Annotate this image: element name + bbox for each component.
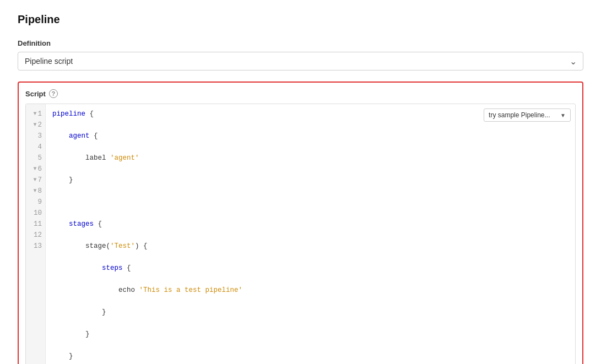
- script-section: Script ? try sample Pipeline... Hello Wo…: [18, 82, 583, 364]
- code-line-2: agent {: [52, 131, 568, 142]
- fold-arrow-8[interactable]: ▼: [33, 187, 36, 195]
- code-line-8: steps {: [52, 263, 568, 274]
- line-num-8: ▼ 8: [30, 186, 42, 197]
- script-label: Script: [25, 90, 46, 98]
- page-title: Pipeline: [18, 13, 583, 26]
- try-sample-button[interactable]: try sample Pipeline... Hello World GitHu…: [484, 108, 571, 122]
- line-num-13: 13: [30, 241, 42, 252]
- fold-arrow-1[interactable]: ▼: [33, 110, 36, 118]
- code-content[interactable]: pipeline { agent { label 'agent' } stage…: [46, 104, 575, 364]
- code-line-4: }: [52, 175, 568, 186]
- code-line-12: }: [52, 351, 568, 362]
- line-num-6: ▼ 6: [30, 164, 42, 175]
- fold-arrow-2[interactable]: ▼: [33, 121, 36, 129]
- definition-select[interactable]: Pipeline script Pipeline script from SCM: [18, 52, 583, 70]
- code-editor: try sample Pipeline... Hello World GitHu…: [25, 104, 576, 364]
- fold-arrow-7[interactable]: ▼: [33, 176, 36, 184]
- script-header: Script ?: [25, 89, 576, 98]
- code-line-3: label 'agent': [52, 153, 568, 164]
- code-area[interactable]: ▼ 1 ▼ 2 3 4 5 ▼ 6 ▼ 7 ▼ 8 9 10 11 12 13 …: [26, 104, 575, 364]
- line-num-10: 10: [30, 208, 42, 219]
- line-num-11: 11: [30, 219, 42, 230]
- code-line-10: }: [52, 307, 568, 318]
- script-help-icon[interactable]: ?: [49, 89, 58, 98]
- line-num-2: ▼ 2: [30, 119, 42, 131]
- line-num-4: 4: [30, 142, 42, 153]
- try-sample-select[interactable]: try sample Pipeline... Hello World GitHu…: [489, 111, 558, 119]
- line-num-3: 3: [30, 131, 42, 142]
- definition-label: Definition: [18, 39, 583, 47]
- try-sample-chevron-icon: ▼: [560, 112, 566, 118]
- line-num-12: 12: [30, 230, 42, 241]
- line-num-5: 5: [30, 153, 42, 164]
- line-num-7: ▼ 7: [30, 175, 42, 186]
- code-line-9: echo 'This is a test pipeline': [52, 285, 568, 296]
- code-line-11: }: [52, 329, 568, 340]
- code-line-7: stage('Test') {: [52, 241, 568, 252]
- line-num-9: 9: [30, 197, 42, 208]
- fold-arrow-6[interactable]: ▼: [33, 165, 36, 173]
- line-num-1: ▼ 1: [30, 108, 42, 119]
- line-numbers: ▼ 1 ▼ 2 3 4 5 ▼ 6 ▼ 7 ▼ 8 9 10 11 12 13: [26, 104, 46, 364]
- code-line-6: stages {: [52, 219, 568, 230]
- definition-select-wrapper: Pipeline script Pipeline script from SCM…: [18, 52, 583, 70]
- code-line-5: [52, 197, 568, 208]
